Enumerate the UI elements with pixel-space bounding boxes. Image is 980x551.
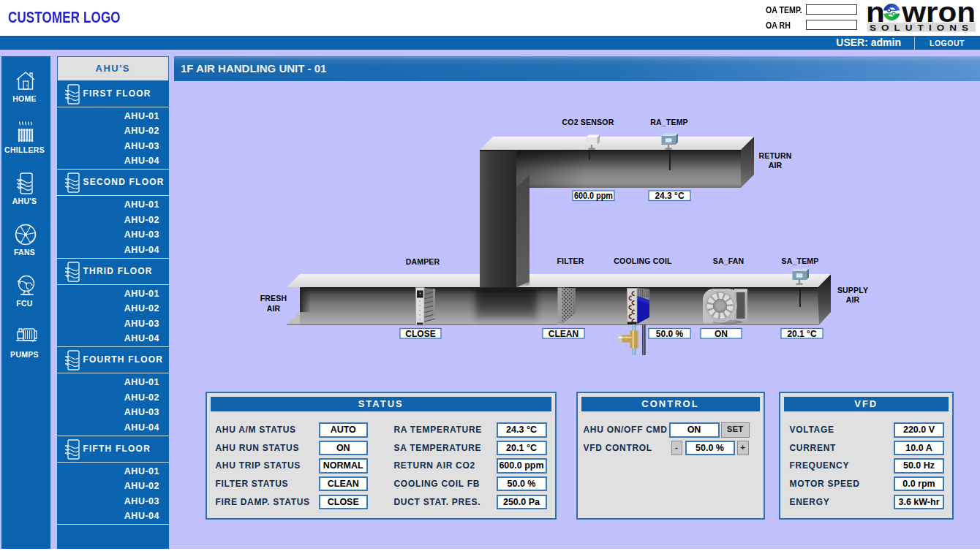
svg-text:RETURN: RETURN (759, 151, 792, 160)
svg-text:AIR: AIR (267, 304, 281, 313)
svg-text:ON: ON (715, 329, 728, 339)
svg-text:FILTER: FILTER (557, 256, 584, 265)
svg-text:CLOSE: CLOSE (405, 329, 435, 339)
svg-text:24.3 °C: 24.3 °C (655, 191, 684, 201)
svg-text:FRESH: FRESH (260, 294, 287, 303)
svg-text:SA_FAN: SA_FAN (713, 256, 745, 265)
svg-text:DAMPER: DAMPER (406, 257, 440, 266)
svg-text:CO2 SENSOR: CO2 SENSOR (562, 118, 614, 126)
svg-text:50.0 %: 50.0 % (656, 329, 684, 339)
svg-text:CLEAN: CLEAN (549, 329, 578, 339)
svg-text:SUPPLY: SUPPLY (837, 286, 868, 294)
svg-text:RA_TEMP: RA_TEMP (650, 118, 688, 126)
svg-text:20.1 °C: 20.1 °C (787, 329, 816, 339)
svg-text:SA_TEMP: SA_TEMP (782, 256, 819, 265)
svg-text:COOLING COIL: COOLING COIL (614, 256, 672, 265)
svg-text:600.0 ppm: 600.0 ppm (574, 191, 613, 201)
svg-text:AIR: AIR (846, 295, 860, 304)
svg-text:AIR: AIR (769, 161, 783, 170)
